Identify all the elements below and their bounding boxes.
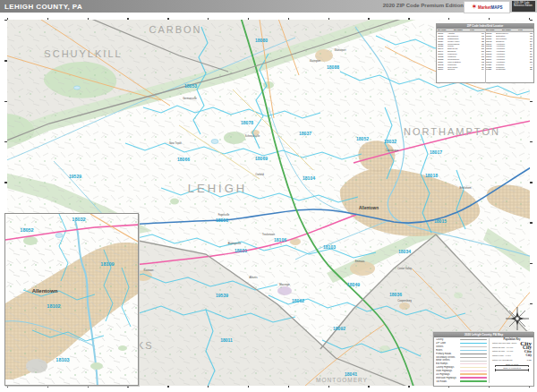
legend-row-swatch	[460, 357, 487, 358]
publisher-logo: ✶ MarketMAPS	[464, 1, 510, 13]
legend-row-swatch	[460, 354, 487, 354]
inset-graphics	[5, 214, 139, 386]
title-bar: LEHIGH COUNTY, PA 2020 ZIP Code Premium …	[0, 0, 537, 13]
population-row-label: Cities 1,000 - 9,999	[492, 354, 511, 357]
population-city-sample: City	[526, 354, 532, 357]
zip-index-zip: 18069	[438, 68, 448, 71]
population-city-sample: City	[527, 359, 532, 362]
logo-brand-right: MAPS	[491, 5, 503, 10]
legend-row-swatch	[460, 350, 487, 351]
zip-index-column-header: ZIP Code	[485, 29, 501, 31]
logo-star-icon: ✶	[471, 4, 477, 11]
legend-row-swatch	[460, 380, 487, 382]
population-row-label: Cities 50,000 - 99,999	[492, 346, 513, 349]
zip-index-rows: 18011 Alburtis C6 18031 Breinigsville C5…	[437, 32, 533, 84]
zip-index-column-header: Grid	[469, 29, 485, 31]
legend-row-label: Exit Ramps	[436, 362, 460, 365]
legend-row-swatch	[460, 339, 487, 340]
legend-row-swatch	[460, 371, 487, 372]
legend-row-label: US Highways	[436, 373, 460, 376]
legend-row-label: Secondary Streets	[436, 356, 460, 359]
scale-bars: Scale in Miles Scale in Kilometers	[492, 363, 532, 371]
legend-row-label: Primary Roads	[436, 353, 460, 355]
legend-row-label: Minor Streets	[436, 359, 460, 362]
map-poster: { "header": { "title": "LEHIGH COUNTY, P…	[0, 0, 537, 392]
zip-index-zip: 19539	[486, 68, 496, 71]
legend-row-label: State Highways	[436, 370, 460, 372]
logo-brand: MarketMAPS	[478, 5, 503, 10]
scale-miles-bar	[495, 365, 529, 367]
scale-km-bar	[495, 370, 529, 371]
zip-index-column-header: ZIP Code	[437, 29, 453, 31]
population-row-label: Cities 999 and Below	[492, 359, 512, 362]
zip-index-grid: B6	[526, 68, 533, 71]
zip-index-row: 18069 Orefield C4	[438, 68, 484, 71]
zip-index-table: ZIP Code Index/Grid Locator ZIP CodeZIP …	[436, 23, 534, 83]
legend-row-swatch	[460, 367, 487, 369]
legend-population-key: Population Key Cities 100,000 and Above …	[490, 338, 532, 383]
compass-rose-icon	[504, 305, 531, 332]
population-rows: Cities 100,000 and Above City Cities 50,…	[492, 341, 532, 362]
legend-row-swatch	[460, 343, 487, 344]
legend-row-swatch	[460, 361, 487, 362]
legend-row-label: ZIP Code	[436, 342, 460, 345]
population-row: Cities 999 and Below City	[492, 358, 532, 362]
map-title: LEHIGH COUNTY, PA	[4, 3, 82, 11]
legend-row: Toll Roads	[436, 379, 487, 383]
legend-row-label: Streets	[436, 345, 460, 348]
legend-symbol-rows: County ZIP Code Streets Rivers Primary R…	[436, 338, 490, 383]
legend-row-label: Toll Roads	[436, 380, 460, 383]
legend-row-label: Interstate Highways	[436, 377, 460, 379]
legend-row-label: Rivers	[436, 349, 460, 352]
zip-index-column-header: ZIP Name	[501, 29, 517, 31]
population-row-label: Cities 100,000 and Above	[492, 342, 516, 345]
allentown-inset-map: 1805218032181091810218103 Allentown	[4, 213, 139, 386]
legend: 2020 Lehigh County, PA Map County ZIP Co…	[433, 332, 534, 387]
zip-index-name: Mertztown	[496, 68, 526, 71]
legend-row-swatch	[460, 373, 487, 375]
legend-row-swatch	[460, 377, 487, 379]
zip-index-column-header: Grid	[517, 29, 533, 31]
edition-label: 2020 ZIP Code Premium Edition	[383, 3, 464, 8]
zip-index-column-header: ZIP Name	[453, 29, 469, 31]
logo-side-box: 2020 ZIP Code Reference Edition	[512, 1, 535, 12]
logo-brand-left: Market	[478, 5, 491, 10]
zip-index-row: 19539 Mertztown B6	[486, 68, 533, 71]
zip-index-grid: C4	[478, 68, 484, 71]
legend-row-swatch	[460, 346, 487, 347]
zip-index-name: Orefield	[448, 68, 478, 71]
legend-row-swatch	[460, 363, 487, 364]
legend-row-label: County Highways	[436, 366, 460, 369]
population-row-label: Cities 10,000 - 49,999	[492, 350, 513, 353]
legend-row-label: County	[436, 338, 460, 341]
